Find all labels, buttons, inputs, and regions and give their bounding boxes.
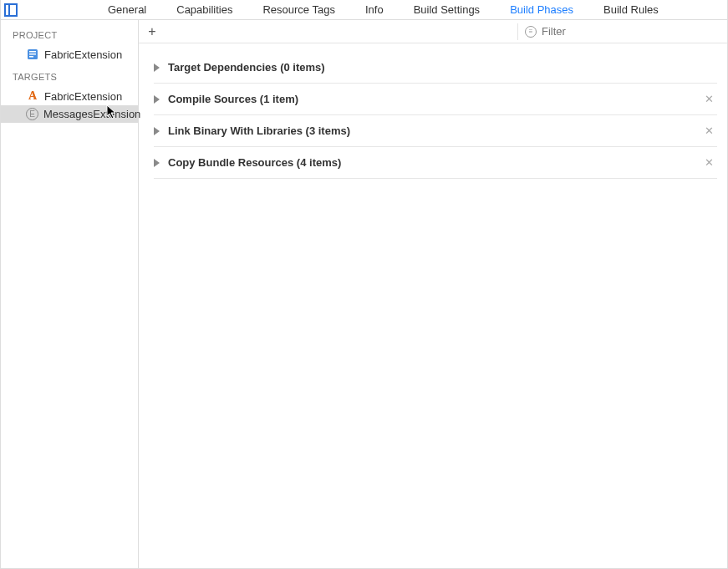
tab-general[interactable]: General — [93, 0, 161, 19]
phase-title: Link Binary With Libraries (3 items) — [168, 124, 701, 137]
svg-rect-3 — [29, 56, 33, 58]
sidebar-target-label: FabricExtension — [44, 90, 122, 103]
tab-capabilities[interactable]: Capabilities — [161, 0, 247, 19]
phase-title: Target Dependencies (0 items) — [168, 61, 717, 74]
sidebar-target-fabricextension[interactable]: A FabricExtension — [1, 87, 138, 105]
disclosure-triangle-icon[interactable] — [154, 159, 160, 167]
svg-rect-1 — [29, 51, 36, 53]
filter-icon: ≡ — [525, 26, 537, 38]
extension-icon: E — [26, 108, 38, 120]
tab-build-phases[interactable]: Build Phases — [495, 0, 588, 19]
sidebar-section-project: PROJECT — [1, 27, 138, 45]
project-icon — [26, 48, 39, 61]
svg-rect-2 — [29, 53, 36, 55]
disclosure-triangle-icon[interactable] — [154, 127, 160, 135]
tab-build-rules[interactable]: Build Rules — [588, 0, 674, 19]
remove-phase-button[interactable]: ✕ — [701, 93, 717, 105]
phase-title: Compile Sources (1 item) — [168, 93, 701, 105]
tab-resource-tags[interactable]: Resource Tags — [247, 0, 349, 19]
phases-toolbar: + ≡ — [139, 20, 727, 43]
sidebar-project-item[interactable]: FabricExtension — [1, 45, 138, 64]
disclosure-triangle-icon[interactable] — [154, 64, 160, 72]
app-icon: A — [26, 89, 39, 103]
sidebar-target-label: MessagesExtension — [43, 108, 140, 120]
phase-title: Copy Bundle Resources (4 items) — [168, 156, 701, 169]
tab-info[interactable]: Info — [350, 0, 399, 19]
add-phase-button[interactable]: + — [144, 24, 160, 39]
phase-copy-bundle[interactable]: Copy Bundle Resources (4 items) ✕ — [154, 147, 717, 179]
phase-compile-sources[interactable]: Compile Sources (1 item) ✕ — [154, 84, 717, 115]
sidebar-section-targets: TARGETS — [1, 69, 138, 87]
remove-phase-button[interactable]: ✕ — [701, 124, 717, 137]
phase-target-dependencies[interactable]: Target Dependencies (0 items) — [154, 52, 717, 84]
panel-toggle-icon[interactable] — [4, 3, 18, 17]
tabs-row: General Capabilities Resource Tags Info … — [93, 0, 674, 19]
filter-input[interactable] — [542, 25, 722, 38]
filter-field-wrap: ≡ — [517, 23, 722, 40]
disclosure-triangle-icon[interactable] — [154, 95, 160, 104]
sidebar-target-messagesextension[interactable]: E MessagesExtension — [1, 105, 138, 123]
main-content: + ≡ Target Dependencies (0 items) Compil… — [139, 20, 727, 568]
build-phases-list: Target Dependencies (0 items) Compile So… — [139, 43, 727, 179]
editor-tabbar: General Capabilities Resource Tags Info … — [1, 0, 727, 20]
tab-build-settings[interactable]: Build Settings — [399, 0, 496, 19]
remove-phase-button[interactable]: ✕ — [701, 156, 717, 169]
phase-link-binary[interactable]: Link Binary With Libraries (3 items) ✕ — [154, 115, 717, 147]
targets-sidebar: PROJECT FabricExtension TARGETS A Fabric… — [1, 20, 139, 568]
sidebar-project-label: FabricExtension — [44, 48, 122, 61]
